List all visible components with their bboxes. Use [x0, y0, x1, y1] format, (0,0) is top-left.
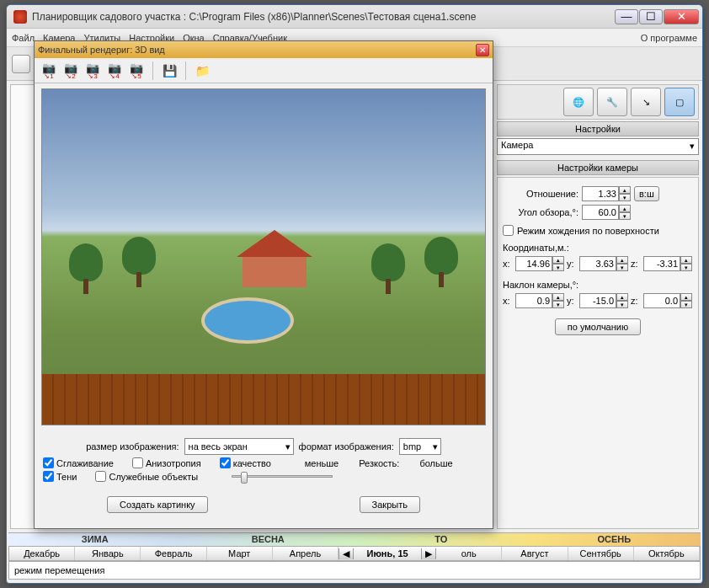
camera-dropdown[interactable]: Камера — [497, 138, 699, 155]
month-next-icon[interactable]: ▶ — [421, 548, 436, 559]
fov-spinner[interactable]: ▴▾ — [582, 205, 631, 220]
coord-z-input[interactable] — [643, 256, 680, 271]
service-objects-label: Служебные объекты — [109, 472, 198, 482]
y-label: y: — [567, 259, 577, 269]
sharp-more-label: больше — [419, 458, 452, 468]
shadows-label: Тени — [56, 472, 77, 482]
month-cell[interactable]: Октябрь — [634, 547, 700, 560]
anisotropy-checkbox[interactable] — [132, 457, 143, 468]
season-autumn: ОСЕНЬ — [528, 533, 701, 546]
pool-graphic — [201, 297, 294, 344]
camera-1-icon[interactable]: 📷↘1 — [40, 61, 58, 80]
dialog-close-icon[interactable]: ✕ — [476, 44, 489, 56]
month-cell[interactable]: Декабрь — [9, 547, 75, 560]
minimize-button[interactable]: — — [615, 9, 638, 24]
tilt-x-spinner[interactable]: ▴▾ — [515, 293, 564, 308]
maximize-button[interactable]: ☐ — [639, 9, 663, 24]
season-winter: ЗИМА — [8, 533, 182, 546]
house-graphic — [237, 230, 312, 289]
settings-header: Настройки — [497, 121, 699, 136]
ratio-spinner[interactable]: ▴▾ — [582, 186, 631, 201]
fov-label: Угол обзора,°: — [503, 207, 578, 217]
create-image-button[interactable]: Создать картинку — [107, 496, 208, 513]
month-cell[interactable]: Март — [207, 547, 273, 560]
cursor-tool-icon[interactable] — [12, 55, 30, 73]
dialog-close-button[interactable]: Закрыть — [360, 496, 420, 513]
dialog-titlebar[interactable]: Финальный рендериг: 3D вид ✕ — [35, 41, 493, 58]
tilt-z-spinner[interactable]: ▴▾ — [643, 293, 692, 308]
folder-icon[interactable]: 📁 — [193, 61, 211, 80]
link-tool-icon[interactable]: ↘ — [631, 88, 661, 116]
side-panel: 🌐 🔧 ↘ ▢ Настройки Камера Настройки камер… — [497, 84, 699, 529]
titlebar[interactable]: Планировщик садового участка : C:\Progra… — [7, 5, 702, 29]
save-icon[interactable]: 💾 — [160, 61, 179, 80]
camera-5-icon[interactable]: 📷↘5 — [127, 61, 146, 80]
camera-3-icon[interactable]: 📷↘3 — [83, 61, 102, 80]
smoothing-checkbox[interactable] — [43, 457, 54, 468]
image-size-label: размер изображения: — [86, 441, 179, 452]
window-title: Планировщик садового участка : C:\Progra… — [32, 11, 615, 23]
image-format-label: формат изображения: — [299, 441, 394, 452]
spinner-down-icon[interactable]: ▾ — [619, 212, 631, 220]
quality-checkbox[interactable] — [220, 457, 231, 468]
close-button[interactable]: ✕ — [664, 9, 699, 24]
image-size-select[interactable]: на весь экран — [184, 438, 294, 455]
dialog-title: Финальный рендериг: 3D вид — [38, 45, 476, 55]
walk-mode-checkbox[interactable] — [503, 225, 514, 236]
walk-mode-label: Режим хождения по поверхности — [517, 226, 659, 236]
season-summer: TO — [354, 533, 528, 546]
status-bar: режим перемещения — [8, 561, 701, 580]
service-objects-checkbox[interactable] — [95, 471, 106, 482]
fence-graphic — [42, 374, 485, 425]
month-prev-icon[interactable]: ◀ — [339, 548, 354, 559]
sharp-label: Резкость: — [359, 458, 399, 468]
season-spring: ВЕСНА — [182, 533, 355, 546]
month-cell[interactable]: Апрель — [273, 547, 339, 560]
tilt-label: Наклон камеры,°: — [503, 280, 693, 290]
month-cell[interactable]: Сентябрь — [568, 547, 634, 560]
coord-x-input[interactable] — [515, 256, 552, 271]
fov-input[interactable] — [582, 205, 619, 220]
tilt-y-spinner[interactable]: ▴▾ — [579, 293, 628, 308]
month-cell[interactable]: Август — [502, 547, 568, 560]
month-cell[interactable]: оль — [436, 547, 502, 560]
quality-label: качество — [233, 458, 271, 468]
month-cell[interactable]: Февраль — [141, 547, 206, 560]
cube-tool-icon[interactable]: ▢ — [664, 88, 695, 116]
camera-settings-header: Настройки камеры — [497, 160, 699, 175]
wrench-tool-icon[interactable]: 🔧 — [597, 88, 627, 116]
timeline: ЗИМА ВЕСНА TO ОСЕНЬ Декабрь Январь Февра… — [8, 532, 701, 581]
ratio-input[interactable] — [582, 186, 619, 201]
tilt-y-input[interactable] — [579, 293, 616, 308]
spinner-up-icon[interactable]: ▴ — [619, 186, 631, 194]
tilt-z-input[interactable] — [643, 293, 680, 308]
render-preview — [41, 88, 486, 425]
x-label: x: — [503, 259, 513, 269]
sharpness-slider[interactable] — [232, 475, 333, 478]
spinner-down-icon[interactable]: ▾ — [619, 194, 631, 201]
spinner-up-icon[interactable]: ▴ — [619, 205, 631, 212]
menu-about[interactable]: О программе — [641, 33, 697, 43]
coord-y-spinner[interactable]: ▴▾ — [579, 256, 628, 271]
app-icon — [13, 10, 27, 24]
coords-label: Координаты,м.: — [503, 243, 693, 253]
shadows-checkbox[interactable] — [43, 471, 54, 482]
camera-4-icon[interactable]: 📷↘4 — [105, 61, 124, 80]
default-button[interactable]: по умолчанию — [555, 318, 641, 335]
month-cell[interactable]: Январь — [75, 547, 141, 560]
camera-2-icon[interactable]: 📷↘2 — [61, 61, 80, 80]
slider-thumb[interactable] — [241, 472, 248, 484]
render-dialog: Финальный рендериг: 3D вид ✕ 📷↘1 📷↘2 📷↘3… — [34, 40, 493, 529]
menu-file[interactable]: Файл — [12, 33, 35, 43]
anisotropy-label: Анизотропия — [146, 458, 201, 468]
globe-tool-icon[interactable]: 🌐 — [563, 88, 594, 116]
image-format-select[interactable]: bmp — [399, 438, 441, 455]
z-label: z: — [631, 259, 641, 269]
smoothing-label: Сглаживание — [56, 458, 114, 468]
coord-x-spinner[interactable]: ▴▾ — [515, 256, 564, 271]
coord-y-input[interactable] — [579, 256, 616, 271]
ratio-mode-button[interactable]: в:ш — [634, 186, 659, 201]
tilt-x-input[interactable] — [515, 293, 552, 308]
status-text: режим перемещения — [14, 565, 104, 575]
coord-z-spinner[interactable]: ▴▾ — [643, 256, 692, 271]
